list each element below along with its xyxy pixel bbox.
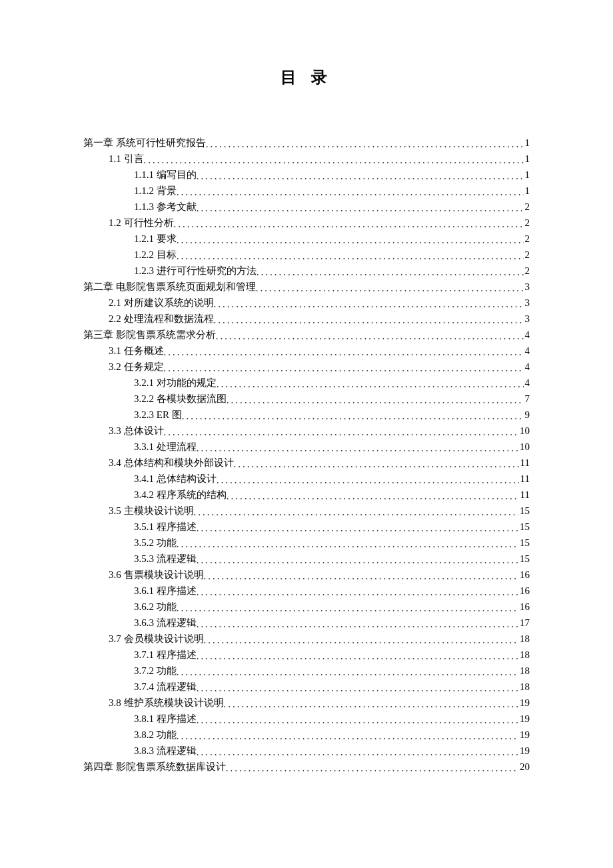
toc-entry-text: 1.1 引言 [109,151,144,167]
toc-entry-text: 2.1 对所建议系统的说明 [109,295,214,311]
toc-entry-text: 1.2 可行性分析 [109,215,174,231]
toc-entry-page: 9 [524,407,530,423]
toc-entry-page: 2 [524,231,530,247]
toc-leader-dots [197,680,518,696]
toc-entry-page: 3 [524,311,530,327]
toc-entry-page: 19 [518,727,530,743]
toc-leader-dots [257,264,524,280]
toc-entry-text: 3.1 任务概述 [109,343,164,359]
toc-title: 目 录 [83,67,530,88]
toc-entry-page: 3 [524,279,530,295]
toc-entry-text: 1.1.1 编写目的 [134,167,197,183]
toc-entry: 3.8 维护系统模块设计说明19 [83,695,530,711]
toc-entry: 第二章 电影院售票系统页面规划和管理3 [83,279,530,295]
toc-entry-page: 15 [518,503,530,519]
toc-entry: 3.5 主模块设计说明15 [83,503,530,519]
toc-leader-dots [164,344,524,360]
toc-entry: 3.2.3 ER 图9 [83,407,530,423]
toc-entry: 第一章 系统可行性研究报告1 [83,135,530,151]
toc-entry: 1.1 引言1 [83,151,530,167]
toc-entry: 3.7.2 功能18 [83,663,530,679]
toc-entry-text: 3.8.1 程序描述 [134,711,197,727]
toc-entry-text: 1.1.3 参考文献 [134,199,197,215]
toc-entry-text: 3.4.1 总体结构设计 [134,471,217,487]
toc-entry-text: 3.2.2 各模块数据流图 [134,391,227,407]
toc-entry-text: 1.2.2 目标 [134,247,177,263]
toc-entry-page: 4 [524,327,530,343]
toc-entry-page: 19 [518,743,530,759]
toc-entry: 3.2.2 各模块数据流图7 [83,391,530,407]
toc-entry: 3.4 总体结构和模块外部设计11 [83,455,530,471]
toc-entry-text: 3.5.2 功能 [134,535,177,551]
toc-entry-page: 18 [518,663,530,679]
toc-leader-dots [234,456,519,472]
toc-entry: 3.6 售票模块设计说明16 [83,567,530,583]
toc-leader-dots [197,552,518,568]
toc-entry-page: 3 [524,295,530,311]
toc-entry-text: 3.7.4 流程逻辑 [134,679,197,695]
toc-leader-dots [177,248,524,264]
toc-entry: 2.2 处理流程和数据流程3 [83,311,530,327]
toc-leader-dots [177,184,524,200]
toc-entry-text: 3.4 总体结构和模块外部设计 [109,455,234,471]
toc-entry: 3.2.1 对功能的规定4 [83,375,530,391]
toc-entry-page: 2 [524,247,530,263]
toc-entry-page: 2 [524,215,530,231]
toc-entry-page: 4 [524,359,530,375]
toc-entry-page: 19 [518,711,530,727]
toc-entry-page: 15 [518,535,530,551]
toc-leader-dots [182,408,524,424]
toc-leader-dots [197,584,518,600]
toc-entry-page: 18 [518,631,530,647]
toc-leader-dots [197,616,518,632]
toc-entry-page: 11 [519,487,530,503]
toc-entry-text: 3.8 维护系统模块设计说明 [109,695,224,711]
toc-entry-text: 3.7.1 程序描述 [134,647,197,663]
toc-list: 第一章 系统可行性研究报告11.1 引言11.1.1 编写目的11.1.2 背景… [83,135,530,775]
toc-leader-dots [197,712,518,728]
toc-leader-dots [197,744,518,760]
toc-leader-dots [177,600,518,616]
toc-entry: 3.5.3 流程逻辑15 [83,551,530,567]
toc-leader-dots [164,424,519,440]
toc-entry-text: 1.1.2 背景 [134,183,177,199]
toc-entry-text: 3.6.3 流程逻辑 [134,615,197,631]
toc-entry: 3.8.3 流程逻辑19 [83,743,530,759]
toc-entry-text: 3.5 主模块设计说明 [109,503,194,519]
toc-entry-page: 18 [518,647,530,663]
toc-entry-page: 4 [524,343,530,359]
toc-entry-text: 第二章 电影院售票系统页面规划和管理 [83,279,256,295]
toc-entry-text: 3.2 任务规定 [109,359,164,375]
toc-entry-text: 2.2 处理流程和数据流程 [109,311,214,327]
toc-entry: 第四章 影院售票系统数据库设计20 [83,759,530,775]
toc-entry-text: 3.6.2 功能 [134,599,177,615]
toc-entry-text: 3.3.1 处理流程 [134,439,197,455]
toc-entry-text: 3.6.1 程序描述 [134,583,197,599]
toc-entry-page: 1 [524,135,530,151]
toc-entry-page: 11 [519,455,530,471]
toc-leader-dots [256,280,524,296]
toc-entry-page: 1 [524,167,530,183]
toc-entry-page: 20 [518,759,530,775]
toc-leader-dots [206,136,524,152]
toc-leader-dots [177,728,518,744]
toc-leader-dots [224,696,519,712]
toc-entry: 1.2.3 进行可行性研究的方法2 [83,263,530,279]
toc-entry-text: 1.2.3 进行可行性研究的方法 [134,263,257,279]
toc-entry: 3.2 任务规定4 [83,359,530,375]
toc-leader-dots [164,360,524,376]
toc-entry: 3.8.2 功能19 [83,727,530,743]
toc-entry: 3.6.1 程序描述16 [83,583,530,599]
toc-entry: 3.6.3 流程逻辑17 [83,615,530,631]
toc-leader-dots [226,760,518,776]
toc-entry: 1.1.3 参考文献2 [83,199,530,215]
toc-leader-dots [217,472,519,488]
toc-entry-page: 1 [524,183,530,199]
toc-entry: 1.2 可行性分析2 [83,215,530,231]
toc-entry-page: 18 [518,679,530,695]
toc-entry-text: 第三章 影院售票系统需求分析 [83,327,216,343]
toc-entry-text: 3.6 售票模块设计说明 [109,567,204,583]
toc-leader-dots [216,328,524,344]
toc-leader-dots [177,232,524,248]
toc-entry-text: 第四章 影院售票系统数据库设计 [83,759,226,775]
